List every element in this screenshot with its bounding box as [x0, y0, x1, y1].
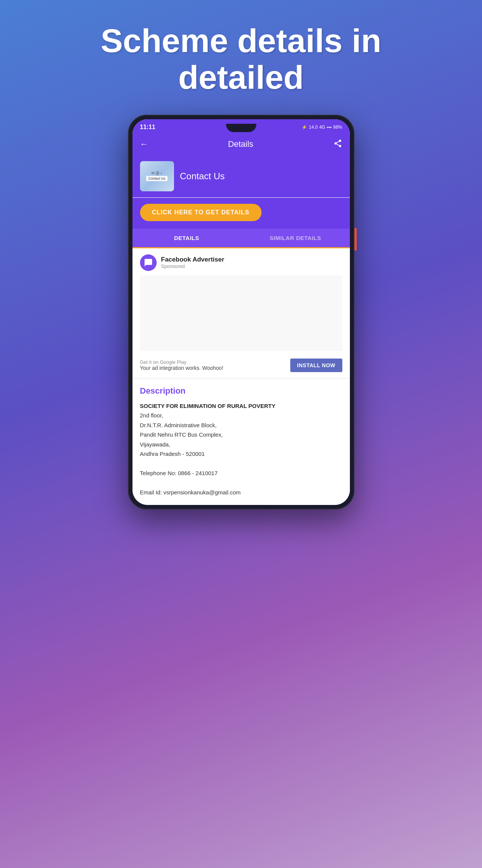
contact-image: ✉ @ ♪ Contact Us — [140, 161, 174, 191]
phone-screen: 11:11 ⚡ 14.0 4G ▪▪▪ 98% ← Details — [132, 119, 350, 505]
side-button — [354, 228, 357, 251]
email: Email Id: vsrpensionkanuka@gmail.com — [140, 489, 241, 496]
contact-image-label: ✉ @ ♪ — [151, 171, 162, 175]
google-play-text: Get it on Google Play — [140, 359, 223, 365]
notch — [226, 124, 256, 132]
tab-details[interactable]: DETAILS — [132, 229, 241, 248]
ad-sponsored: Sponsored — [161, 263, 225, 269]
ad-content — [140, 275, 342, 351]
ad-info: Facebook Advertiser Sponsored — [161, 256, 225, 269]
install-button[interactable]: INSTALL NOW — [290, 359, 342, 372]
description-text: SOCIETY FOR ELIMINATION OF RURAL POVERTY… — [140, 401, 342, 497]
ad-header: Facebook Advertiser Sponsored — [140, 254, 342, 271]
description-title: Description — [140, 386, 342, 396]
app-header: ← Details — [132, 134, 350, 155]
contact-name: Contact Us — [180, 171, 225, 182]
address-line1: 2nd floor, — [140, 412, 163, 419]
contact-label: Contact Us — [146, 176, 168, 181]
ad-section: Facebook Advertiser Sponsored Get it on … — [132, 248, 350, 379]
battery-icon: 98% — [333, 125, 342, 130]
back-button[interactable]: ← — [140, 139, 148, 149]
phone-mockup: 11:11 ⚡ 14.0 4G ▪▪▪ 98% ← Details — [128, 115, 354, 509]
address-line2: Dr.N.T.R. Administrative Block, — [140, 422, 217, 428]
network-icon: 4G — [319, 125, 325, 130]
tabs-section: DETAILS SIMILAR DETAILS — [132, 229, 350, 248]
ad-avatar — [140, 254, 157, 271]
status-icons: ⚡ 14.0 4G ▪▪▪ 98% — [302, 125, 342, 130]
address-line4: Vijayawada, — [140, 441, 171, 448]
ad-footer-left: Get it on Google Play Your ad integratio… — [140, 359, 223, 371]
svg-point-0 — [339, 140, 341, 142]
contact-section: ✉ @ ♪ Contact Us Contact Us — [132, 155, 350, 197]
ad-message: Your ad integration works. Woohoo! — [140, 365, 223, 371]
ad-title: Facebook Advertiser — [161, 256, 225, 263]
share-button[interactable] — [333, 139, 342, 150]
tab-similar-details[interactable]: SIMILAR DETAILS — [241, 229, 350, 247]
svg-line-4 — [336, 141, 339, 143]
status-time: 11:11 — [140, 124, 156, 131]
cta-section: CLICK HERE TO GET DETAILS — [132, 198, 350, 229]
signal-bars: ▪▪▪ — [327, 125, 332, 130]
svg-point-2 — [339, 145, 341, 147]
page-title: Scheme details in detailed — [71, 0, 411, 111]
phone-frame: 11:11 ⚡ 14.0 4G ▪▪▪ 98% ← Details — [128, 115, 354, 509]
address-line5: Andhra Pradesh - 520001 — [140, 451, 205, 457]
svg-line-3 — [336, 144, 339, 145]
address-line3: Pandit Nehru RTC Bus Complex, — [140, 431, 223, 438]
svg-point-1 — [334, 142, 337, 145]
org-name: SOCIETY FOR ELIMINATION OF RURAL POVERTY — [140, 403, 276, 409]
cta-button[interactable]: CLICK HERE TO GET DETAILS — [140, 204, 262, 221]
data-speed: 14.0 — [309, 125, 317, 130]
status-bar: 11:11 ⚡ 14.0 4G ▪▪▪ 98% — [132, 119, 350, 134]
header-title: Details — [228, 139, 253, 149]
ad-footer: Get it on Google Play Your ad integratio… — [140, 356, 342, 372]
telephone: Telephone No: 0866 - 2410017 — [140, 470, 218, 476]
bluetooth-icon: ⚡ — [302, 125, 307, 130]
description-section: Description SOCIETY FOR ELIMINATION OF R… — [132, 379, 350, 505]
